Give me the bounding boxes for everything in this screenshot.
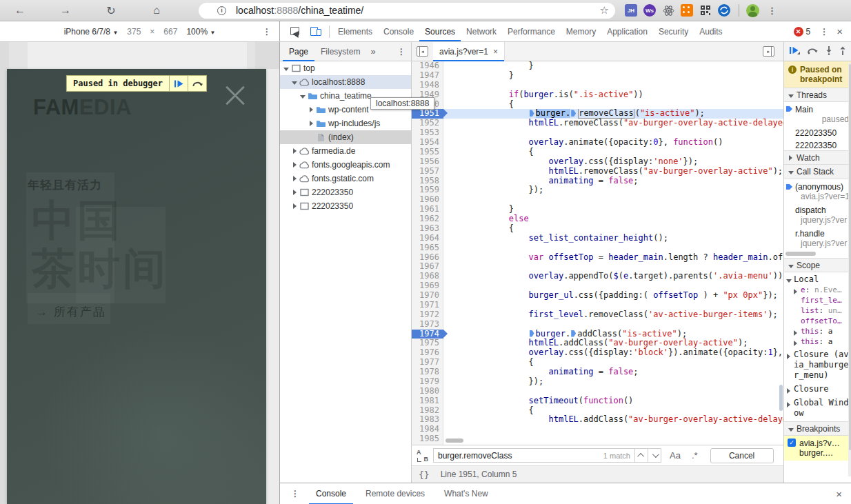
line-number[interactable]: 1963 bbox=[412, 224, 443, 234]
inline-breakpoint-marker-icon[interactable] bbox=[530, 330, 534, 337]
expand-arrow-icon[interactable] bbox=[291, 77, 298, 87]
line-number[interactable]: 1975 bbox=[412, 339, 443, 348]
expand-arrow-icon[interactable] bbox=[785, 400, 792, 410]
scope-node[interactable]: Global Window bbox=[784, 397, 851, 419]
inline-breakpoint-marker-icon[interactable] bbox=[571, 330, 576, 337]
viewport-width[interactable]: 375 bbox=[127, 27, 141, 37]
drawer-tab-remote-devices[interactable]: Remote devices bbox=[359, 483, 432, 504]
expand-arrow-icon[interactable] bbox=[792, 288, 799, 295]
code-editor[interactable]: 1946 }1947 }19481949 if(burger.is(".is-a… bbox=[412, 61, 783, 445]
thread-item[interactable]: 222023350 bbox=[784, 125, 851, 138]
breakpoint-line-number[interactable]: 1974 bbox=[412, 330, 443, 339]
file-tree-item[interactable]: top bbox=[280, 61, 411, 75]
scope-variable[interactable]: this: a bbox=[784, 326, 851, 336]
sidebar-scrollbar[interactable] bbox=[848, 63, 851, 476]
callstack-frame[interactable]: r.handlejquery.js?ver bbox=[784, 226, 851, 250]
line-number[interactable]: 1946 bbox=[412, 61, 443, 71]
tab-security[interactable]: Security bbox=[653, 21, 694, 41]
line-number[interactable]: 1954 bbox=[412, 138, 443, 148]
file-tree-item[interactable]: (index) bbox=[280, 130, 411, 144]
step-over-icon[interactable] bbox=[807, 46, 818, 57]
scope-node[interactable]: Closure (avia_hamburger_menu) bbox=[784, 349, 851, 381]
breakpoints-section-header[interactable]: Breakpoints bbox=[784, 421, 851, 436]
line-number[interactable]: 1965 bbox=[412, 243, 443, 253]
replace-toggle-icon[interactable]: AB bbox=[417, 450, 428, 461]
extension-blue-icon[interactable] bbox=[718, 4, 730, 17]
reload-icon[interactable]: ↻ bbox=[102, 4, 120, 17]
extension-orange-icon[interactable] bbox=[681, 4, 693, 17]
line-number[interactable]: 1968 bbox=[412, 272, 443, 281]
drawer-close-icon[interactable]: × bbox=[836, 488, 842, 500]
file-tree-item[interactable]: 222023350 bbox=[280, 185, 411, 199]
line-number[interactable]: 1981 bbox=[412, 396, 443, 406]
back-icon[interactable]: ← bbox=[11, 4, 29, 17]
line-number[interactable]: 1953 bbox=[412, 128, 443, 138]
line-number[interactable]: 1983 bbox=[412, 415, 443, 425]
tab-filesystem[interactable]: Filesystem bbox=[314, 42, 366, 61]
device-toggle-icon[interactable] bbox=[310, 26, 321, 37]
editor-horizontal-scrollbar[interactable] bbox=[445, 439, 463, 443]
forward-icon[interactable]: → bbox=[57, 4, 74, 17]
file-tree-item[interactable]: wp-includes/js bbox=[280, 117, 411, 130]
line-number[interactable]: 1966 bbox=[412, 253, 443, 263]
line-number[interactable]: 1952 bbox=[412, 119, 443, 128]
threads-section-header[interactable]: Threads bbox=[784, 88, 851, 102]
extension-react-icon[interactable] bbox=[662, 4, 674, 17]
tab-network[interactable]: Network bbox=[461, 21, 502, 41]
line-number[interactable]: 1982 bbox=[412, 406, 443, 416]
editor-vertical-scrollbar[interactable] bbox=[779, 385, 783, 411]
all-products-link[interactable]: → 所有产品 bbox=[36, 304, 106, 320]
devtools-close-icon[interactable]: × bbox=[837, 26, 843, 37]
line-number[interactable]: 1960 bbox=[412, 195, 443, 205]
step-into-icon[interactable] bbox=[825, 46, 832, 57]
extension-jh-icon[interactable]: JH bbox=[625, 4, 637, 17]
line-number[interactable]: 1973 bbox=[412, 320, 443, 330]
tab-page[interactable]: Page bbox=[283, 42, 314, 61]
scope-variable[interactable]: offsetTo… bbox=[784, 316, 851, 326]
line-number[interactable]: 1957 bbox=[412, 167, 443, 177]
file-tree-item[interactable]: localhost:8888 bbox=[280, 75, 411, 89]
match-case-toggle[interactable]: Aa bbox=[667, 450, 683, 461]
line-number[interactable]: 1976 bbox=[412, 348, 443, 358]
extension-qr-icon[interactable] bbox=[699, 4, 712, 17]
expand-arrow-icon[interactable] bbox=[291, 160, 298, 170]
line-number[interactable]: 1959 bbox=[412, 185, 443, 195]
info-icon[interactable]: i bbox=[217, 6, 226, 15]
expand-arrow-icon[interactable] bbox=[308, 119, 314, 128]
line-number[interactable]: 1980 bbox=[412, 387, 443, 396]
line-number[interactable]: 1955 bbox=[412, 148, 443, 157]
url-bar[interactable]: i localhost:8888/china_teatime/ ☆ bbox=[199, 3, 615, 19]
expand-arrow-icon[interactable] bbox=[308, 105, 314, 114]
profile-avatar[interactable] bbox=[746, 4, 759, 17]
drawer-tab-what-s-new[interactable]: What's New bbox=[437, 483, 495, 504]
line-number[interactable]: 1956 bbox=[412, 157, 443, 167]
tab-application[interactable]: Application bbox=[601, 21, 653, 41]
devtools-menu-icon[interactable]: ⋮ bbox=[820, 27, 828, 37]
file-tree-item[interactable]: fonts.googleapis.com bbox=[280, 158, 411, 172]
bookmark-star-icon[interactable]: ☆ bbox=[600, 4, 609, 17]
device-toolbar-menu-icon[interactable]: ⋮ bbox=[263, 27, 271, 37]
navigator-menu-icon[interactable]: ⋮ bbox=[397, 47, 406, 57]
scope-variable[interactable]: first_le… bbox=[784, 295, 851, 305]
tab-console[interactable]: Console bbox=[378, 21, 419, 41]
breakpoint-entry[interactable]: ✓ avia.js?v…burger.… bbox=[784, 436, 851, 461]
error-count-badge[interactable]: ✕5 bbox=[794, 27, 811, 37]
file-tree-item[interactable]: farmedia.de bbox=[280, 144, 411, 158]
line-number[interactable]: 1961 bbox=[412, 205, 443, 214]
expand-arrow-icon[interactable] bbox=[291, 188, 298, 197]
collapse-left-pane-icon[interactable]: ◂ bbox=[417, 46, 428, 57]
drawer-menu-icon[interactable]: ⋮ bbox=[291, 489, 299, 498]
home-icon[interactable]: ⌂ bbox=[148, 4, 166, 17]
search-previous-icon[interactable] bbox=[635, 448, 648, 463]
resume-script-icon[interactable] bbox=[169, 76, 188, 91]
line-number[interactable]: 1967 bbox=[412, 262, 443, 272]
callstack-frame[interactable]: (anonymous)avia.js?ver=1 bbox=[784, 179, 851, 203]
inline-breakpoint-marker-icon[interactable] bbox=[571, 110, 576, 117]
line-number[interactable]: 1970 bbox=[412, 291, 443, 301]
cancel-button[interactable]: Cancel bbox=[710, 448, 774, 463]
thread-item[interactable]: 222023350 bbox=[784, 138, 851, 150]
callstack-frame[interactable]: dispatchjquery.js?ver bbox=[784, 203, 851, 226]
line-number[interactable]: 1979 bbox=[412, 377, 443, 387]
scope-section-header[interactable]: Scope bbox=[784, 258, 851, 272]
scope-node[interactable]: Closure bbox=[784, 383, 851, 395]
